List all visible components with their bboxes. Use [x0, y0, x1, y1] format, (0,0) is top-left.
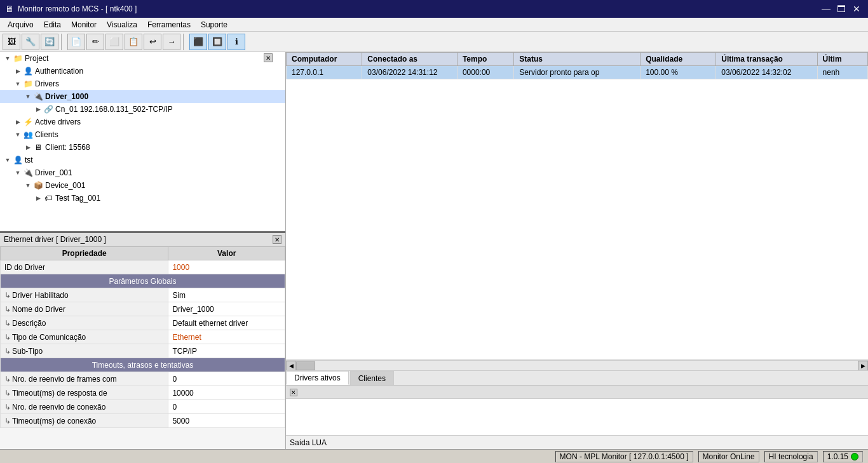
prop-row-8[interactable]: ↳Nro. de reenvio de frames com0 — [1, 372, 285, 386]
tree-label-drivers: Drivers — [35, 79, 59, 88]
prop-row-1[interactable]: Parâmetros Globais — [1, 274, 285, 288]
tb-btn1[interactable]: 🖼 — [3, 34, 20, 50]
scroll-track[interactable] — [296, 361, 858, 371]
tree-expander-drivers[interactable]: ▼ — [13, 79, 23, 89]
tb-btn3[interactable]: 🔄 — [41, 34, 58, 50]
menu-item-edita[interactable]: Edita — [39, 18, 66, 32]
props-panel: Ethernet driver [ Driver_1000 ] ✕ Propri… — [0, 233, 285, 449]
output-close-button[interactable]: ✕ — [290, 389, 297, 396]
scroll-left-button[interactable]: ◀ — [286, 361, 296, 371]
tree-node-tst[interactable]: ▼👤tst — [0, 154, 285, 166]
tree-expander-testtag[interactable]: ▶ — [33, 193, 43, 203]
prop-indent-icon-3: ↳ — [4, 305, 11, 314]
prop-row-4[interactable]: ↳DescriçãoDefault ethernet driver — [1, 316, 285, 330]
monitor-table: ComputadorConectado asTempoStatusQualida… — [286, 52, 868, 79]
tree-node-project[interactable]: ▼📁Project — [0, 52, 285, 65]
tree-node-cn01[interactable]: ▶🔗Cn_01 192.168.0.131_502-TCP/IP — [0, 103, 285, 116]
close-button[interactable]: ✕ — [850, 3, 863, 15]
prop-row-3[interactable]: ↳Nome do DriverDriver_1000 — [1, 302, 285, 316]
tab-1[interactable]: Clientes — [350, 371, 394, 385]
menu-item-monitor[interactable]: Monitor — [66, 18, 102, 32]
tab-0[interactable]: Drivers ativos — [286, 371, 349, 385]
status-mpl-text: MON - MPL Monitor [ 127.0.0.1:4500 ] — [560, 452, 689, 461]
prop-row-10[interactable]: ↳Nro. de reenvio de conexão0 — [1, 400, 285, 414]
output-panel-header: ✕ — [286, 386, 868, 399]
prop-col-value: Valor — [168, 247, 285, 260]
tree-label-device001: Device_001 — [45, 181, 85, 190]
tree-node-driver001[interactable]: ▼🔌Driver_001 — [0, 166, 285, 179]
monitor-row-0[interactable]: 127.0.0.103/06/2022 14:31:120000:00Servi… — [287, 66, 868, 79]
prop-value-3: Driver_1000 — [168, 302, 285, 316]
output-content[interactable] — [286, 399, 868, 435]
monitor-table-area[interactable]: ComputadorConectado asTempoStatusQualida… — [286, 52, 868, 360]
tree-expander-tst[interactable]: ▼ — [3, 155, 13, 165]
props-table-container[interactable]: Propriedade Valor ID do Driver1000Parâme… — [0, 246, 285, 449]
scroll-thumb[interactable] — [296, 361, 315, 370]
prop-value-10: 0 — [168, 400, 285, 414]
tb-btn7[interactable]: 📋 — [125, 34, 142, 50]
monitor-col-6: Últim — [817, 53, 867, 66]
tb-btn12[interactable]: ℹ — [227, 34, 245, 50]
tree-node-device001[interactable]: ▼📦Device_001 — [0, 179, 285, 192]
tb-btn10[interactable]: ⬛ — [189, 34, 207, 50]
prop-row-7[interactable]: Timeouts, atrasos e tentativas — [1, 358, 285, 372]
status-monitor-text: MON - MPL Monitor [ 127.0.0.1:4500 ] — [555, 451, 693, 462]
menu-item-visualiza[interactable]: Visualiza — [102, 18, 142, 32]
tree-node-activedrivers[interactable]: ▶⚡Active drivers — [0, 116, 285, 128]
status-monitor-online: Monitor OnLine — [698, 451, 759, 462]
monitor-thead: ComputadorConectado asTempoStatusQualida… — [287, 53, 868, 66]
prop-row-11[interactable]: ↳Timeout(ms) de conexão5000 — [1, 414, 285, 428]
props-close-button[interactable]: ✕ — [273, 235, 281, 244]
monitor-col-1: Conectado as — [362, 53, 458, 66]
tree-expander-driver1000[interactable]: ▼ — [23, 91, 33, 102]
tb-btn4[interactable]: 📄 — [67, 34, 85, 50]
prop-name-9: ↳Timeout(ms) de resposta de — [1, 386, 168, 400]
tree-area[interactable]: ✕ ▼📁Project▶👤Authentication▼📁Drivers▼🔌Dr… — [0, 52, 285, 233]
prop-row-9[interactable]: ↳Timeout(ms) de resposta de10000 — [1, 386, 285, 400]
main-area: ✕ ▼📁Project▶👤Authentication▼📁Drivers▼🔌Dr… — [0, 52, 868, 449]
tb-btn2[interactable]: 🔧 — [22, 34, 39, 50]
tree-node-client15568[interactable]: ▶🖥Client: 15568 — [0, 141, 285, 154]
prop-row-5[interactable]: ↳Tipo de ComunicaçãoEthernet — [1, 330, 285, 344]
tb-btn5[interactable]: ✏ — [86, 34, 104, 50]
menu-item-suporte[interactable]: Suporte — [196, 18, 233, 32]
tree-label-testtag: Test Tag_001 — [55, 194, 100, 203]
tree-label-tst: tst — [25, 156, 33, 164]
tb-btn9[interactable]: → — [163, 34, 180, 50]
tb-btn6[interactable]: ⬜ — [105, 34, 123, 50]
status-hi-tech: HI tecnologia — [764, 451, 818, 462]
tree-node-drivers[interactable]: ▼📁Drivers — [0, 77, 285, 90]
prop-indent-icon-5: ↳ — [4, 333, 11, 342]
menu-item-ferramentas[interactable]: Ferramentas — [142, 18, 196, 32]
tree-node-driver1000[interactable]: ▼🔌Driver_1000 — [0, 90, 285, 103]
tree-icon-driver001: 🔌 — [23, 168, 33, 178]
status-version: 1.0.15 — [823, 451, 863, 462]
tree-label-activedrivers: Active drivers — [35, 117, 81, 126]
tree-node-testtag[interactable]: ▶🏷Test Tag_001 — [0, 192, 285, 205]
tree-expander-cn01[interactable]: ▶ — [33, 104, 43, 114]
tree-expander-project[interactable]: ▼ — [3, 53, 13, 64]
menu-item-arquivo[interactable]: Arquivo — [3, 18, 39, 32]
prop-row-0[interactable]: ID do Driver1000 — [1, 260, 285, 274]
tree-expander-activedrivers[interactable]: ▶ — [13, 117, 23, 127]
tree-expander-device001[interactable]: ▼ — [23, 180, 33, 191]
prop-row-6[interactable]: ↳Sub-TipoTCP/IP — [1, 344, 285, 358]
tb-btn11[interactable]: 🔲 — [208, 34, 226, 50]
maximize-button[interactable]: 🗖 — [835, 3, 848, 15]
tree-node-auth[interactable]: ▶👤Authentication — [0, 65, 285, 77]
tree-close-button[interactable]: ✕ — [264, 53, 273, 62]
app-icon: 🖥 — [5, 4, 14, 14]
tree-expander-auth[interactable]: ▶ — [13, 66, 23, 76]
tree-node-clients[interactable]: ▼👥Clients — [0, 128, 285, 141]
tree-expander-client15568[interactable]: ▶ — [23, 142, 33, 152]
tree-expander-clients[interactable]: ▼ — [13, 130, 23, 140]
tree-expander-driver001[interactable]: ▼ — [13, 168, 23, 178]
titlebar-title: Monitor remoto do MCS - [ ntk400 ] — [18, 4, 137, 13]
prop-name-6: ↳Sub-Tipo — [1, 344, 168, 358]
minimize-button[interactable]: — — [820, 3, 832, 15]
tb-btn8[interactable]: ↩ — [144, 34, 161, 50]
scroll-right-button[interactable]: ▶ — [858, 361, 868, 371]
monitor-cell-0-6: nenh — [817, 66, 867, 79]
horizontal-scrollbar[interactable]: ◀ ▶ — [286, 360, 868, 370]
prop-row-2[interactable]: ↳Driver HabilitadoSim — [1, 288, 285, 302]
